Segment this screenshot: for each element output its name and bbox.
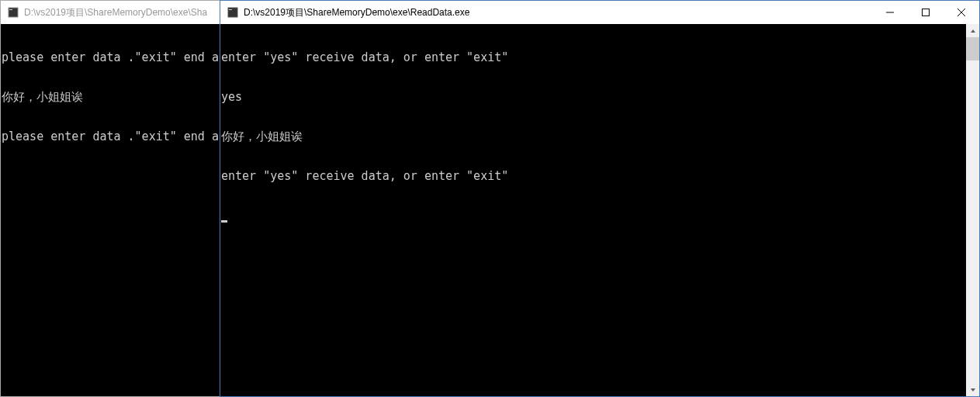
svg-rect-1 [9,9,12,10]
console-line: please enter data ."exit" end app [2,130,220,143]
close-button[interactable] [944,1,979,24]
titlebar-controls [872,1,979,24]
scroll-down-button[interactable] [966,383,979,396]
console-output-left[interactable]: please enter data ."exit" end app 你好，小姐姐… [1,24,220,396]
console-window-right[interactable]: D:\vs2019项目\ShareMemoryDemo\exe\ReadData… [220,0,980,397]
console-window-left[interactable]: D:\vs2019项目\ShareMemoryDemo\exe\Sha plea… [0,0,220,397]
app-icon [227,6,239,19]
svg-rect-2 [228,8,237,17]
minimize-button[interactable] [872,1,908,24]
maximize-button[interactable] [908,1,944,24]
scrollbar-track[interactable] [966,37,979,383]
console-output-right[interactable]: enter "yes" receive data, or enter "exit… [220,24,979,396]
text-cursor [221,220,227,223]
console-line: 你好，小姐姐诶 [221,130,979,143]
svg-rect-3 [229,9,232,10]
window-title-left: D:\vs2019项目\ShareMemoryDemo\exe\Sha [24,6,220,19]
app-icon [7,6,19,19]
vertical-scrollbar[interactable] [966,24,979,396]
scroll-up-button[interactable] [966,24,979,37]
console-line: yes [221,91,979,104]
console-cursor-line [221,209,979,223]
titlebar-left[interactable]: D:\vs2019项目\ShareMemoryDemo\exe\Sha [1,1,220,24]
svg-rect-0 [9,8,18,17]
svg-rect-5 [923,9,930,16]
titlebar-right[interactable]: D:\vs2019项目\ShareMemoryDemo\exe\ReadData… [220,1,979,24]
window-title-right: D:\vs2019项目\ShareMemoryDemo\exe\ReadData… [244,6,872,19]
scrollbar-thumb[interactable] [966,37,979,60]
console-line: 你好，小姐姐诶 [2,91,220,104]
console-line: enter "yes" receive data, or enter "exit… [221,51,979,64]
console-line: please enter data ."exit" end app [2,51,220,64]
console-line: enter "yes" receive data, or enter "exit… [221,170,979,183]
